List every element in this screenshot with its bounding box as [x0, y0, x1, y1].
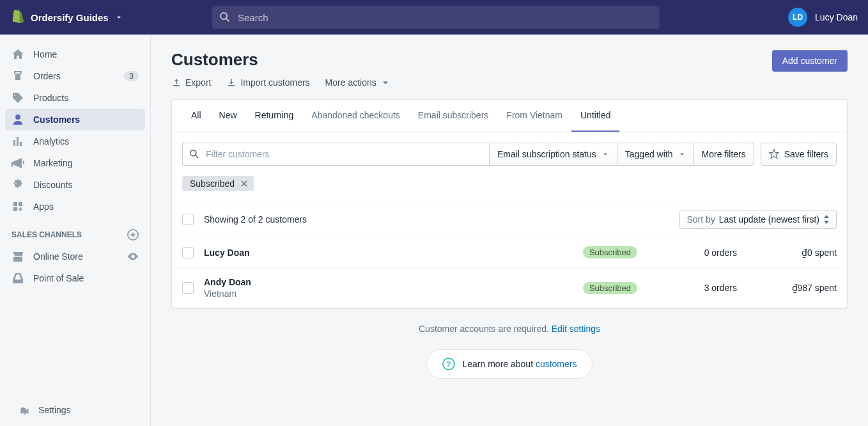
sidebar: Home Orders 3 Products Customers Analyti…: [0, 35, 151, 426]
more-filters-button[interactable]: More filters: [694, 143, 754, 166]
tabs: All New Returning Abandoned checkouts Em…: [172, 100, 847, 132]
sidebar-item-apps[interactable]: Apps: [5, 196, 145, 217]
save-filters-button[interactable]: Save filters: [761, 143, 837, 166]
sidebar-item-label: Marketing: [33, 158, 72, 168]
more-actions-button[interactable]: More actions: [325, 77, 391, 88]
sidebar-item-home[interactable]: Home: [5, 43, 145, 65]
gear-icon: [17, 404, 29, 416]
main-content: Customers Export Import customers More a…: [151, 35, 868, 426]
status-badge: Subscribed: [583, 282, 637, 294]
chevron-down-icon: [601, 150, 609, 158]
tab-abandoned[interactable]: Abandoned checkouts: [302, 100, 409, 132]
tab-vietnam[interactable]: From Vietnam: [497, 100, 571, 132]
add-customer-button[interactable]: Add customer: [772, 50, 848, 72]
export-icon: [171, 77, 182, 88]
sidebar-item-label: Customers: [33, 114, 80, 125]
sidebar-item-discounts[interactable]: Discounts: [5, 174, 145, 196]
sort-arrows-icon: [823, 215, 830, 224]
sidebar-item-settings[interactable]: Settings: [10, 399, 140, 421]
channel-online-store[interactable]: Online Store: [5, 246, 145, 267]
store-name: Ordersify Guides: [31, 12, 109, 23]
select-all-checkbox[interactable]: [182, 214, 194, 225]
sidebar-item-label: Orders: [33, 71, 61, 81]
sidebar-item-label: Settings: [38, 405, 71, 415]
sidebar-item-products[interactable]: Products: [5, 87, 145, 109]
sidebar-item-orders[interactable]: Orders 3: [5, 65, 145, 87]
table-row[interactable]: Andy Doan Vietnam Subscribed 3 orders ₫9…: [172, 267, 847, 308]
store-switcher[interactable]: Ordersify Guides: [10, 10, 138, 25]
discounts-icon: [12, 178, 24, 191]
status-badge: Subscribed: [583, 246, 637, 258]
tab-all[interactable]: All: [182, 100, 210, 132]
amount-spent: ₫987 spent: [747, 283, 837, 293]
orders-count: 0 orders: [647, 248, 737, 258]
home-icon: [12, 48, 24, 61]
orders-icon: [12, 70, 24, 83]
customers-icon: [12, 113, 24, 126]
customer-location: Vietnam: [204, 288, 573, 299]
marketing-icon: [12, 157, 24, 170]
tab-returning[interactable]: Returning: [246, 100, 303, 132]
search-input[interactable]: [212, 6, 660, 29]
page-title: Customers: [171, 50, 391, 70]
user-name: Lucy Doan: [815, 12, 858, 22]
products-icon: [12, 91, 24, 104]
customer-name: Andy Doan: [204, 277, 573, 287]
export-button[interactable]: Export: [171, 77, 211, 88]
sidebar-item-marketing[interactable]: Marketing: [5, 152, 145, 174]
tagged-filter[interactable]: Tagged with: [617, 143, 694, 166]
email-status-filter[interactable]: Email subscription status: [489, 143, 617, 166]
sort-select[interactable]: Sort by Last update (newest first): [679, 210, 837, 229]
sales-channels-header: SALES CHANNELS: [0, 217, 150, 246]
tab-new[interactable]: New: [210, 100, 246, 132]
user-menu[interactable]: LD Lucy Doan: [788, 8, 858, 27]
orders-badge: 3: [124, 71, 139, 81]
pos-icon: [12, 272, 24, 285]
star-icon: [769, 149, 779, 159]
amount-spent: ₫0 spent: [747, 248, 837, 258]
chevron-down-icon: [380, 77, 391, 88]
sidebar-item-label: Home: [33, 49, 57, 59]
edit-settings-link[interactable]: Edit settings: [552, 324, 600, 334]
sidebar-item-label: Discounts: [33, 180, 72, 190]
search-icon: [189, 148, 200, 160]
row-checkbox[interactable]: [182, 282, 194, 294]
view-store-icon[interactable]: [127, 251, 139, 262]
analytics-icon: [12, 135, 24, 148]
sidebar-item-label: Products: [33, 93, 68, 103]
orders-count: 3 orders: [647, 283, 737, 293]
tab-subscribers[interactable]: Email subscribers: [409, 100, 497, 132]
shopify-logo-icon: [10, 10, 24, 25]
topbar: Ordersify Guides LD Lucy Doan: [0, 0, 868, 35]
avatar: LD: [788, 8, 807, 27]
import-icon: [226, 77, 236, 88]
applied-filter-tag: Subscribed: [182, 176, 254, 191]
add-channel-icon[interactable]: [127, 229, 139, 241]
tab-untitled[interactable]: Untitled: [571, 100, 619, 132]
store-icon: [12, 250, 24, 263]
apps-icon: [12, 200, 24, 213]
footer-note: Customer accounts are required. Edit set…: [171, 324, 848, 334]
import-button[interactable]: Import customers: [226, 77, 309, 88]
sidebar-item-customers[interactable]: Customers: [5, 109, 145, 130]
global-search: [212, 6, 660, 29]
sidebar-item-label: Analytics: [33, 136, 69, 146]
customers-help-link[interactable]: customers: [536, 359, 577, 369]
results-summary: Showing 2 of 2 customers: [204, 214, 307, 225]
customers-card: All New Returning Abandoned checkouts Em…: [171, 99, 848, 308]
chevron-down-icon: [115, 13, 123, 21]
row-checkbox[interactable]: [182, 247, 194, 258]
sidebar-item-label: Point of Sale: [33, 273, 84, 283]
help-icon: ?: [442, 358, 455, 370]
search-icon: [219, 11, 231, 24]
customer-name: Lucy Doan: [204, 248, 573, 258]
sidebar-item-label: Online Store: [33, 251, 83, 262]
table-row[interactable]: Lucy Doan Subscribed 0 orders ₫0 spent: [172, 237, 847, 267]
chevron-down-icon: [678, 150, 686, 158]
remove-filter-icon[interactable]: [240, 179, 249, 188]
learn-more-pill[interactable]: ? Learn more about customers: [426, 349, 593, 379]
filter-input[interactable]: [182, 143, 489, 166]
sidebar-item-label: Apps: [33, 201, 54, 212]
sidebar-item-analytics[interactable]: Analytics: [5, 130, 145, 152]
channel-pos[interactable]: Point of Sale: [5, 267, 145, 289]
